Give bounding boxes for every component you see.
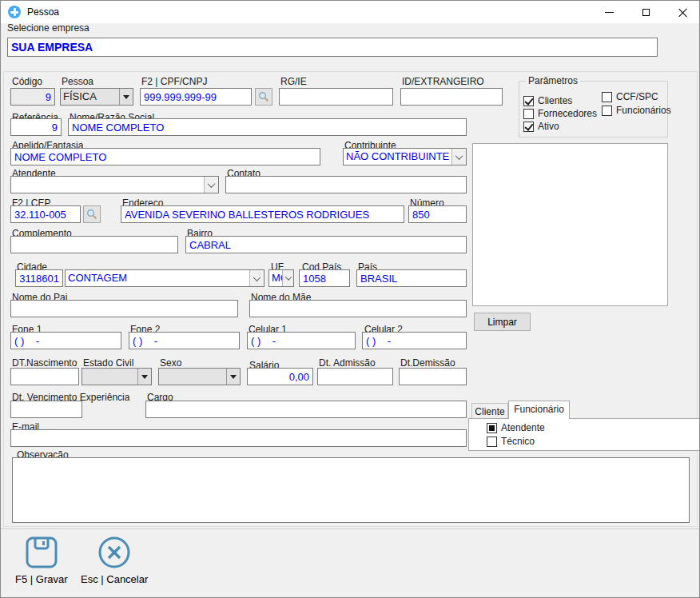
rgie-input[interactable] (279, 88, 393, 106)
checkbox-label: Fornecedores (538, 108, 597, 119)
dt-admissao-input[interactable] (317, 368, 393, 385)
uf-combo[interactable]: MG (268, 269, 294, 287)
dt-demissao-label: Dt.Demissão (400, 357, 455, 369)
atendente-value (11, 177, 204, 193)
chevron-down-icon[interactable] (137, 369, 151, 385)
sexo-label: Sexo (160, 357, 181, 369)
checkbox-box[interactable] (487, 437, 497, 447)
atendente-combo[interactable] (10, 176, 219, 193)
dt-demissao-input[interactable] (399, 368, 467, 385)
photo-panel (472, 143, 668, 306)
clientes-checkbox[interactable]: Clientes (523, 95, 572, 106)
nome-input[interactable] (68, 118, 467, 136)
chevron-down-icon[interactable] (204, 177, 218, 193)
save-label: F5 | Gravar (15, 573, 68, 585)
celular1-input[interactable] (247, 332, 356, 349)
checkbox-label: Técnico (501, 436, 535, 447)
cancel-label: Esc | Cancelar (81, 573, 148, 585)
checkbox-box[interactable] (523, 96, 534, 106)
cpf-search-button[interactable] (255, 88, 272, 106)
minimize-button[interactable] (591, 1, 627, 23)
nome-pai-input[interactable] (10, 300, 238, 317)
pessoa-combo[interactable]: FÍSICA (60, 88, 133, 106)
dt-nascimento-label: DT.Nascimento (12, 357, 77, 369)
maximize-icon (642, 9, 650, 16)
cpf-label: F2 | CPF/CNPJ (141, 76, 207, 87)
checkbox-label: CCF/SPC (616, 91, 658, 102)
close-button[interactable] (664, 1, 700, 23)
contribuinte-combo[interactable]: NÃO CONTRIBUINTE (343, 148, 467, 165)
tab-funcionario[interactable]: Funcionário (508, 401, 570, 419)
funcionarios-checkbox[interactable]: Funcionários (602, 105, 671, 116)
tab-atendente-checkbox[interactable]: Atendente (487, 422, 545, 433)
uf-value: MG (269, 270, 282, 286)
referencia-input[interactable] (10, 118, 62, 136)
cep-input[interactable] (10, 205, 81, 223)
salario-input[interactable] (247, 368, 313, 385)
checkbox-label: Clientes (538, 95, 572, 106)
nome-mae-input[interactable] (249, 300, 467, 317)
complemento-input[interactable] (10, 236, 178, 253)
contato-input[interactable] (225, 176, 467, 193)
company-input[interactable] (7, 38, 658, 57)
estado-civil-value (82, 369, 137, 385)
sexo-combo[interactable] (158, 368, 241, 385)
ativo-checkbox[interactable]: Ativo (523, 121, 559, 132)
checkbox-label: Ativo (538, 121, 559, 132)
cod-pais-input[interactable] (299, 269, 350, 287)
tab-tecnico-checkbox[interactable]: Técnico (487, 436, 535, 447)
idext-input[interactable] (400, 88, 503, 106)
apelido-input[interactable] (10, 148, 320, 165)
window-title: Pessoa (27, 6, 59, 18)
rgie-label: RG/IE (280, 76, 307, 87)
fornecedores-checkbox[interactable]: Fornecedores (523, 108, 597, 119)
checkbox-label: Funcionários (616, 105, 671, 116)
idext-label: ID/EXTRANGEIRO (402, 76, 484, 87)
fone1-input[interactable] (10, 332, 121, 349)
pais-input[interactable] (356, 269, 467, 287)
checkbox-box[interactable] (602, 106, 612, 116)
save-button[interactable]: F5 | Gravar (15, 535, 68, 585)
cep-search-button[interactable] (83, 205, 101, 223)
checkbox-box[interactable] (523, 109, 534, 119)
observacao-textarea[interactable] (12, 457, 690, 523)
celular2-input[interactable] (362, 332, 467, 349)
chevron-down-icon[interactable] (119, 89, 133, 105)
parametros-title: Parâmetros (526, 75, 580, 86)
cancel-button[interactable]: Esc | Cancelar (81, 535, 148, 585)
tab-cliente[interactable]: Cliente (471, 403, 508, 418)
codigo-input[interactable] (10, 88, 55, 106)
app-icon (8, 6, 21, 18)
codigo-label: Código (12, 76, 42, 87)
minimize-icon (605, 12, 614, 13)
cargo-input[interactable] (145, 401, 467, 418)
fone2-input[interactable] (129, 332, 240, 349)
estado-civil-combo[interactable] (82, 368, 152, 385)
footer-bar: F5 | Gravar Esc | Cancelar (1, 528, 699, 598)
dt-venc-exp-input[interactable] (10, 401, 82, 418)
chevron-down-icon[interactable] (249, 270, 264, 286)
endereco-input[interactable] (121, 205, 404, 223)
chevron-down-icon[interactable] (226, 369, 240, 385)
cidade-combo[interactable]: CONTAGEM (65, 269, 264, 287)
chevron-down-icon[interactable] (282, 270, 293, 286)
limpar-button[interactable]: Limpar (474, 313, 531, 331)
company-label: Selecione empresa (7, 22, 89, 34)
numero-input[interactable] (408, 205, 467, 223)
title-bar: Pessoa (1, 1, 699, 23)
sexo-value (159, 369, 226, 385)
cidade-codigo-input[interactable] (15, 269, 63, 287)
cpf-input[interactable] (140, 88, 252, 106)
maximize-button[interactable] (627, 1, 664, 23)
email-input[interactable] (10, 429, 467, 447)
chevron-down-icon[interactable] (451, 149, 466, 165)
checkbox-box[interactable] (602, 92, 612, 102)
checkbox-box[interactable] (487, 423, 497, 433)
cancel-circle-icon (97, 535, 132, 570)
search-icon (86, 209, 97, 220)
ccfspc-checkbox[interactable]: CCF/SPC (602, 91, 658, 102)
bairro-input[interactable] (185, 236, 467, 253)
cidade-value: CONTAGEM (66, 270, 249, 286)
dt-nascimento-input[interactable] (10, 368, 79, 385)
checkbox-box[interactable] (523, 122, 534, 132)
